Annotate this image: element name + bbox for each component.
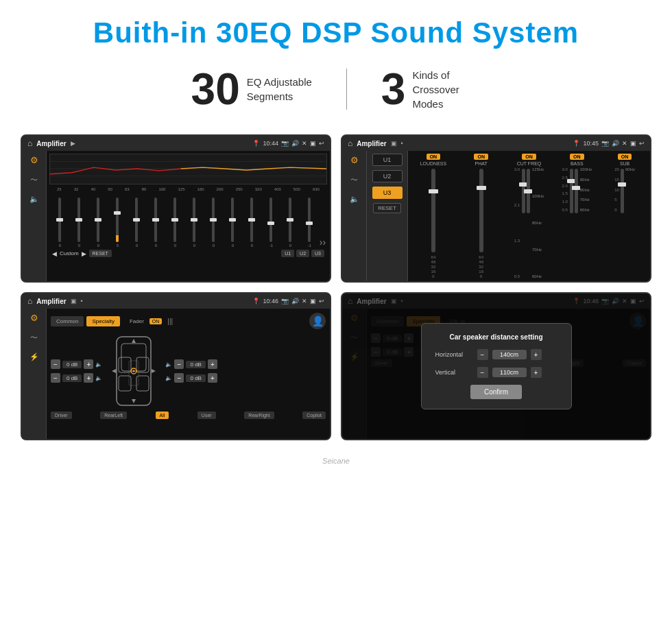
eq-val-12: -1 — [269, 243, 273, 248]
cutfreq-toggle[interactable]: ON — [522, 154, 536, 160]
eq-track-1[interactable] — [58, 198, 61, 242]
rear-left-btn[interactable]: RearLeft — [100, 412, 127, 419]
eq-handle-8[interactable] — [191, 218, 197, 222]
eq-u1-btn[interactable]: U1 — [281, 250, 294, 257]
cutfreq-freqs: 125Hz100Hz80Hz70Hz60Hz — [532, 167, 544, 278]
eq-u3-btn[interactable]: U3 — [311, 250, 324, 257]
vertical-minus-btn[interactable]: − — [477, 367, 488, 378]
cutfreq-handle-g[interactable] — [524, 189, 532, 193]
eq-track-9[interactable] — [212, 198, 215, 242]
eq-track-2[interactable] — [77, 198, 80, 242]
loudness-slider[interactable] — [431, 169, 435, 252]
crossover-sidebar-wave-icon[interactable]: 〜 — [350, 175, 358, 185]
sub-toggle[interactable]: ON — [618, 154, 632, 160]
common-tab[interactable]: Common — [51, 316, 84, 326]
horizontal-value: 140cm — [492, 350, 527, 359]
balance-sidebar-bt-icon[interactable]: ⚡ — [29, 353, 39, 361]
balance-sidebar-eq-icon[interactable]: ⚙ — [30, 313, 38, 323]
balance-sidebar-wave-icon[interactable]: 〜 — [30, 333, 38, 343]
eq-handle-13[interactable] — [287, 218, 293, 222]
eq-handle-5[interactable] — [133, 218, 140, 222]
eq-val-10: 0 — [232, 243, 234, 248]
eq-handle-3[interactable] — [95, 218, 101, 222]
eq-handle-10[interactable] — [229, 218, 236, 222]
eq-track-6[interactable] — [154, 198, 157, 242]
db-minus-fl[interactable]: − — [51, 359, 60, 369]
db-minus-fr[interactable]: − — [174, 359, 184, 369]
eq-volume-icon: 🔊 — [291, 140, 299, 147]
eq-track-7[interactable] — [173, 198, 176, 242]
all-btn[interactable]: All — [156, 412, 169, 419]
eq-handle-4[interactable] — [114, 211, 121, 215]
db-minus-rr[interactable]: − — [174, 373, 184, 383]
cutfreq-slider-g[interactable] — [527, 169, 530, 213]
eq-track-10[interactable] — [231, 198, 234, 242]
eq-sidebar-vol-icon[interactable]: 🔈 — [29, 195, 39, 204]
bass-slider-f[interactable] — [570, 169, 573, 213]
rear-right-btn[interactable]: RearRight — [244, 412, 274, 419]
confirm-button[interactable]: Confirm — [470, 385, 522, 399]
phat-handle[interactable] — [477, 186, 486, 190]
crossover-u2-btn[interactable]: U2 — [372, 170, 403, 182]
loudness-handle[interactable] — [429, 189, 438, 193]
svg-rect-0 — [50, 154, 326, 184]
driver-btn[interactable]: Driver — [51, 412, 72, 419]
sub-slider[interactable] — [621, 169, 624, 213]
user-btn[interactable]: User — [197, 412, 216, 419]
eq-handle-12[interactable] — [267, 222, 274, 225]
eq-prev-icon[interactable]: ◀ — [52, 250, 57, 257]
person-icon[interactable]: 👤 — [309, 313, 326, 329]
bass-toggle[interactable]: ON — [570, 154, 584, 160]
eq-handle-6[interactable] — [152, 218, 159, 222]
db-plus-fr[interactable]: + — [208, 359, 217, 369]
eq-handle-2[interactable] — [75, 218, 82, 222]
sub-handle[interactable] — [618, 182, 626, 187]
eq-track-4[interactable] — [116, 198, 119, 242]
crossover-u1-btn[interactable]: U1 — [372, 154, 403, 166]
bass-slider-g[interactable] — [575, 169, 578, 213]
eq-u2-btn[interactable]: U2 — [296, 250, 309, 257]
eq-sidebar-eq-icon[interactable]: ⚙ — [30, 155, 38, 165]
specialty-tab[interactable]: Specialty — [86, 316, 119, 326]
copilot-btn[interactable]: Copilot — [302, 412, 326, 419]
eq-sidebar-wave-icon[interactable]: 〜 — [30, 175, 38, 185]
freq-630: 630 — [313, 187, 320, 191]
eq-arrow-right[interactable]: ›› — [320, 237, 326, 248]
eq-back-icon: ↩ — [319, 140, 324, 147]
fader-toggle[interactable]: ON — [149, 318, 163, 324]
eq-track-14[interactable] — [308, 198, 311, 242]
home-icon: ⌂ — [27, 139, 32, 148]
eq-reset-btn[interactable]: RESET — [89, 250, 112, 257]
crossover-sidebar-vol-icon[interactable]: 🔈 — [350, 195, 359, 204]
crossover-sidebar-eq-icon[interactable]: ⚙ — [350, 155, 359, 165]
db-minus-rl[interactable]: − — [51, 373, 60, 383]
bass-handle-f[interactable] — [567, 179, 575, 183]
db-plus-rl[interactable]: + — [84, 373, 93, 383]
eq-track-8[interactable] — [193, 198, 195, 242]
eq-handle-1[interactable] — [56, 218, 63, 222]
horizontal-plus-btn[interactable]: + — [531, 349, 542, 360]
eq-next-icon[interactable]: ▶ — [82, 250, 86, 257]
eq-track-12[interactable] — [269, 198, 272, 242]
loudness-toggle[interactable]: ON — [427, 154, 441, 160]
eq-handle-7[interactable] — [171, 218, 178, 222]
eq-handle-14[interactable] — [306, 222, 313, 225]
eq-track-11[interactable] — [250, 198, 253, 242]
phat-toggle[interactable]: ON — [474, 154, 488, 160]
eq-handle-9[interactable] — [210, 218, 217, 222]
eq-status-bar: ⌂ Amplifier ▶ 📍 10:44 📷 🔊 ✕ ▣ ↩ — [22, 136, 330, 151]
crossover-u3-btn[interactable]: U3 — [372, 187, 403, 199]
bass-handle-g[interactable] — [572, 186, 580, 190]
eq-track-5[interactable] — [135, 198, 138, 242]
crossover-reset-btn[interactable]: RESET — [373, 203, 401, 213]
crossover-sub-col: ON SUB 20151050 60Hz — [602, 154, 647, 278]
balance-controls: − 0 dB + 🔈 − 0 dB + 🔈 — [51, 333, 326, 409]
eq-track-3[interactable] — [97, 198, 99, 242]
horizontal-minus-btn[interactable]: − — [477, 349, 488, 360]
eq-handle-11[interactable] — [248, 218, 255, 222]
db-plus-rr[interactable]: + — [208, 373, 217, 383]
db-plus-fl[interactable]: + — [84, 359, 93, 369]
phat-slider[interactable] — [479, 169, 483, 252]
vertical-plus-btn[interactable]: + — [531, 367, 542, 378]
eq-track-13[interactable] — [289, 198, 291, 242]
